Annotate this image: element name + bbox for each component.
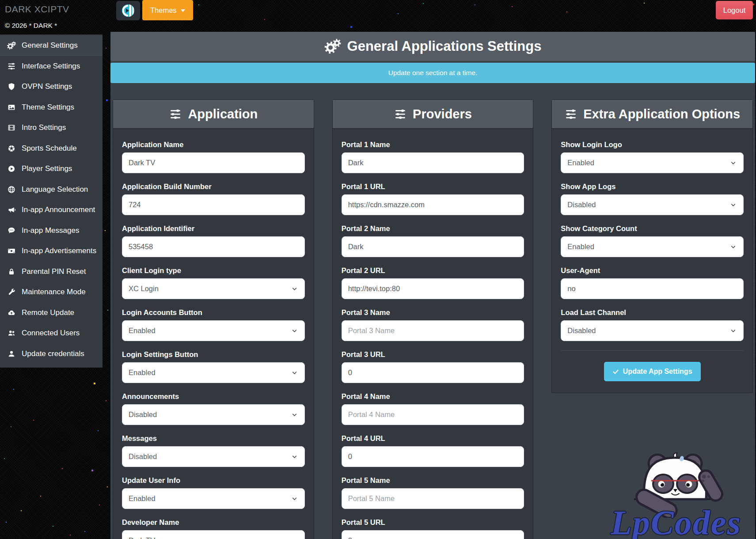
developer-name-input[interactable]: [122, 530, 305, 539]
login-settings-button-select[interactable]: Enabled: [122, 362, 305, 383]
sidebar-item-in-app-messages[interactable]: In-app Messages: [0, 220, 103, 241]
star-dots-decoration: [0, 0, 1, 1]
login-accounts-button-select[interactable]: Enabled: [122, 320, 305, 341]
field-group: Update User InfoEnabled: [122, 476, 305, 509]
panel-title: Providers: [413, 107, 472, 121]
load-last-channel-select[interactable]: Disabled: [561, 320, 744, 341]
field-label: Developer Name: [122, 518, 305, 527]
sidebar-item-label: Theme Settings: [22, 103, 74, 112]
field-label: Portal 3 Name: [342, 308, 524, 317]
messages-select[interactable]: Disabled: [122, 446, 305, 467]
field-group: MessagesDisabled: [122, 434, 305, 467]
watermark: LpCodes: [603, 446, 749, 539]
sidebar-item-language-selection[interactable]: Language Selection: [0, 179, 103, 200]
application-name-input[interactable]: [122, 152, 305, 173]
chevron-down-icon: [729, 327, 737, 334]
shield-icon: [5, 82, 18, 91]
user-icon: [5, 349, 18, 358]
sidebar-item-in-app-advertisements[interactable]: In-app Advertisements: [0, 241, 103, 262]
field-group: Load Last ChannelDisabled: [561, 308, 744, 341]
check-icon: [612, 368, 619, 375]
sidebar-item-remote-update[interactable]: Remote Update: [0, 303, 103, 323]
chevron-down-icon: [291, 495, 298, 502]
field-group: Developer Name: [122, 518, 305, 539]
wrench-icon: [5, 288, 18, 296]
field-label: Portal 3 URL: [342, 350, 524, 359]
sidebar-item-label: Update credentials: [22, 349, 84, 358]
select-value: Enabled: [129, 494, 156, 503]
portal-5-name-input[interactable]: [342, 488, 524, 509]
sidebar-item-player-settings[interactable]: Player Settings: [0, 159, 103, 179]
update-app-settings-button[interactable]: Update App Settings: [604, 362, 701, 381]
sidebar-item-parental-pin-reset[interactable]: Parental PIN Reset: [0, 262, 103, 282]
sliders-icon: [394, 108, 407, 120]
home-logo-button[interactable]: [116, 1, 140, 20]
sidebar-item-in-app-announcement[interactable]: In-app Announcement: [0, 200, 103, 220]
portal-2-name-input[interactable]: [342, 236, 524, 257]
gears-icon: [5, 41, 18, 50]
portal-1-url-input[interactable]: [342, 194, 524, 215]
chevron-down-icon: [291, 411, 298, 418]
field-label: Login Accounts Button: [122, 308, 305, 317]
sidebar-item-sports-schedule[interactable]: Sports Schedule: [0, 138, 103, 159]
chevron-down-icon: [729, 201, 737, 209]
panel-title: Extra Application Options: [583, 107, 740, 121]
update-user-info-select[interactable]: Enabled: [122, 488, 305, 509]
sidebar-item-ovpn-settings[interactable]: OVPN Settings: [0, 76, 103, 97]
sidebar-item-interface-settings[interactable]: Interface Settings: [0, 56, 103, 77]
sidebar-item-update-credentials[interactable]: Update credentials: [0, 344, 103, 364]
field-label: Portal 2 URL: [342, 266, 524, 275]
show-login-logo-select[interactable]: Enabled: [561, 152, 744, 173]
logout-button[interactable]: Logout: [716, 1, 753, 19]
app-brand: DARK XCIPTV: [5, 4, 69, 15]
comment-icon: [5, 226, 18, 235]
select-value: Enabled: [129, 368, 156, 377]
application-identifier-input[interactable]: [122, 236, 305, 257]
sidebar-item-label: Maintenance Mode: [22, 288, 86, 296]
sidebar-item-theme-settings[interactable]: Theme Settings: [0, 97, 103, 118]
sidebar-item-intro-settings[interactable]: Intro Settings: [0, 118, 103, 138]
client-login-type-select[interactable]: XC Login: [122, 278, 305, 299]
sidebar-item-label: Interface Settings: [22, 62, 80, 71]
sidebar-item-maintenance-mode[interactable]: Maintenance Mode: [0, 282, 103, 303]
announcements-select[interactable]: Disabled: [122, 404, 305, 425]
sidebar: General SettingsInterface SettingsOVPN S…: [0, 34, 103, 368]
sliders-icon: [564, 108, 577, 120]
portal-4-name-input[interactable]: [342, 404, 524, 425]
select-value: Disabled: [567, 326, 596, 335]
panel-header: Extra Application Options: [552, 100, 752, 129]
themes-button-label: Themes: [150, 6, 177, 15]
select-value: Enabled: [567, 159, 594, 167]
portal-5-url-input[interactable]: [342, 530, 524, 539]
chevron-down-icon: [291, 453, 298, 460]
caret-down-icon: [181, 9, 185, 12]
user-agent-input[interactable]: [561, 278, 744, 299]
portal-3-name-input[interactable]: [342, 320, 524, 341]
sidebar-item-general-settings[interactable]: General Settings: [0, 35, 103, 56]
sidebar-item-label: In-app Advertisements: [22, 247, 96, 255]
panel-header: Providers: [333, 100, 533, 129]
sidebar-item-connected-users[interactable]: Connected Users: [0, 323, 103, 344]
select-value: Enabled: [567, 243, 594, 251]
show-app-logs-select[interactable]: Disabled: [561, 194, 744, 215]
portal-2-url-input[interactable]: [342, 278, 524, 299]
field-group: Portal 4 URL: [342, 434, 524, 467]
panel-body: Show Login LogoEnabledShow App LogsDisab…: [552, 129, 752, 393]
panel-body: Portal 1 NamePortal 1 URLPortal 2 NamePo…: [333, 129, 533, 539]
lock-icon: [5, 267, 18, 276]
application-build-number-input[interactable]: [122, 194, 305, 215]
field-group: Show Category CountEnabled: [561, 224, 744, 257]
portal-4-url-input[interactable]: [342, 446, 524, 467]
info-alert: Update one section at a time.: [110, 63, 755, 83]
themes-button[interactable]: Themes: [142, 0, 193, 20]
select-value: XC Login: [129, 285, 159, 293]
portal-1-name-input[interactable]: [342, 152, 524, 173]
show-category-count-select[interactable]: Enabled: [561, 236, 744, 257]
sidebar-item-label: In-app Announcement: [22, 205, 95, 214]
field-label: Portal 2 Name: [342, 224, 524, 233]
field-label: Client Login type: [122, 266, 305, 275]
portal-3-url-input[interactable]: [342, 362, 524, 383]
field-label: Show App Logs: [561, 182, 744, 191]
field-group: Portal 5 Name: [342, 476, 524, 509]
field-group: Portal 2 Name: [342, 224, 524, 257]
